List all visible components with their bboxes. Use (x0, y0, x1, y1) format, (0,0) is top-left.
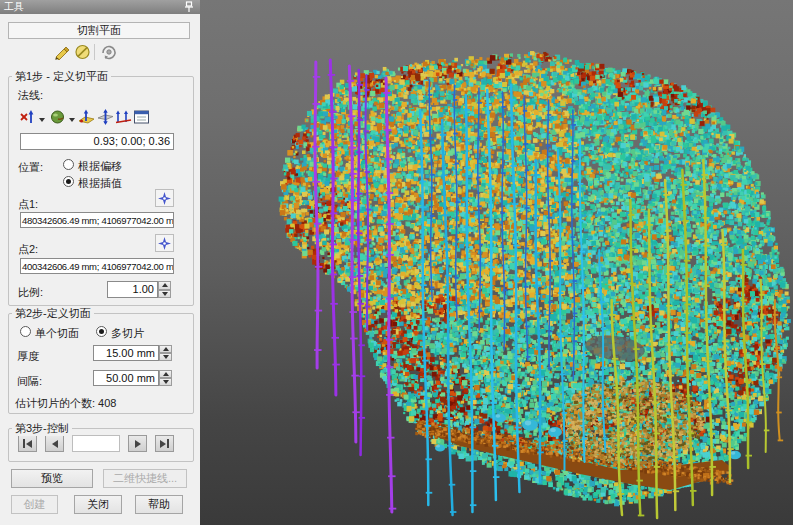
normal-vector-field[interactable]: 0.93; 0.00; 0.36 (20, 133, 174, 150)
point-cloud-render[interactable] (200, 0, 793, 525)
panel-title: 工具 (4, 1, 24, 12)
radio-by-offset-label[interactable]: 根据偏移 (78, 159, 122, 174)
tools-dock-panel: 工具 切割平面 第1步 - 定义切平面 (0, 0, 200, 525)
radio-single-section[interactable] (20, 326, 31, 337)
application-window: 工具 切割平面 第1步 - 定义切平面 (0, 0, 793, 525)
spacing-field[interactable]: 50.00 mm (93, 370, 159, 386)
radio-by-offset[interactable] (63, 159, 74, 170)
spinner-down-icon[interactable] (158, 290, 171, 299)
spinner-down-icon[interactable] (159, 353, 172, 361)
normal-label: 法线: (18, 88, 43, 103)
slice-index-field[interactable] (72, 435, 120, 452)
spacing-label: 间隔: (17, 374, 42, 389)
pick-axis-icon[interactable] (19, 109, 36, 125)
radio-multi-slices[interactable] (96, 326, 107, 337)
normal-dialog-icon[interactable] (133, 109, 150, 125)
spacing-spinner[interactable] (159, 370, 172, 386)
preview-button[interactable]: 预览 (11, 469, 93, 488)
next-triangle-icon (135, 440, 141, 448)
panel-titlebar: 工具 (0, 0, 200, 14)
grab-rotate-icon[interactable] (100, 44, 117, 60)
position-label: 位置: (18, 160, 43, 175)
pick-point2-button[interactable] (155, 234, 174, 252)
last-bar-icon (167, 439, 169, 448)
next-triangle-icon (160, 440, 166, 448)
pick-axis-dropdown-icon[interactable] (39, 118, 45, 125)
pick-sphere-dropdown-icon[interactable] (69, 118, 75, 125)
radio-by-values-label[interactable]: 根据插值 (78, 176, 122, 191)
previous-triangle-icon (52, 440, 58, 448)
point2-label: 点2: (18, 242, 38, 257)
pick-sphere-icon[interactable] (49, 109, 66, 125)
spinner-down-icon[interactable] (159, 378, 172, 386)
3d-viewport[interactable] (200, 0, 793, 525)
invert-normal-icon[interactable] (97, 109, 114, 125)
forbid-icon[interactable] (74, 44, 91, 60)
dialog-header-label: 切割平面 (77, 24, 121, 36)
scale-spinner[interactable] (158, 281, 171, 298)
previous-triangle-icon (26, 440, 32, 448)
step1-group-title: 第1步 - 定义切平面 (12, 69, 111, 84)
radio-by-values[interactable] (63, 176, 74, 187)
thickness-label: 厚度 (17, 349, 39, 364)
create-button: 创建 (11, 495, 58, 514)
radio-multi-slices-label[interactable]: 多切片 (111, 326, 144, 341)
next-slice-button[interactable] (128, 435, 147, 452)
radio-single-section-label[interactable]: 单个切面 (35, 326, 79, 341)
pick-point-icon (158, 237, 171, 250)
pick-point1-button[interactable] (155, 189, 174, 207)
first-bar-icon (23, 439, 25, 448)
pick-plane-icon[interactable] (78, 109, 95, 125)
close-button[interactable]: 关闭 (74, 495, 122, 514)
point1-field[interactable]: 480342606.49 mm; 4106977042.00 mm (20, 212, 174, 228)
previous-slice-button[interactable] (45, 435, 64, 452)
point1-label: 点1: (18, 197, 38, 212)
help-button[interactable]: 帮助 (135, 495, 183, 514)
dialog-header: 切割平面 (8, 22, 190, 39)
pick-point-icon (158, 192, 171, 205)
estimated-slices-text: 估计切片的个数: 408 (15, 396, 116, 411)
toolbar-separator (94, 44, 95, 60)
scale-label: 比例: (18, 285, 43, 300)
last-slice-button[interactable] (155, 435, 174, 452)
pin-icon[interactable] (184, 1, 194, 13)
spinner-up-icon[interactable] (159, 370, 172, 378)
edit-plane-icon[interactable] (54, 44, 71, 60)
align-normal-icon[interactable] (115, 109, 132, 125)
step2-group-title: 第2步-定义切面 (12, 306, 94, 321)
shortcut-2d-button: 二维快捷线... (103, 469, 187, 488)
spinner-up-icon[interactable] (159, 345, 172, 353)
step3-group-title: 第3步-控制 (12, 421, 72, 436)
first-slice-button[interactable] (18, 435, 37, 452)
scale-field[interactable]: 1.00 (107, 281, 158, 298)
thickness-spinner[interactable] (159, 345, 172, 361)
spinner-up-icon[interactable] (158, 281, 171, 290)
thickness-field[interactable]: 15.00 mm (93, 345, 159, 361)
point2-field[interactable]: 400342606.49 mm; 4106977042.00 mm (20, 258, 174, 274)
